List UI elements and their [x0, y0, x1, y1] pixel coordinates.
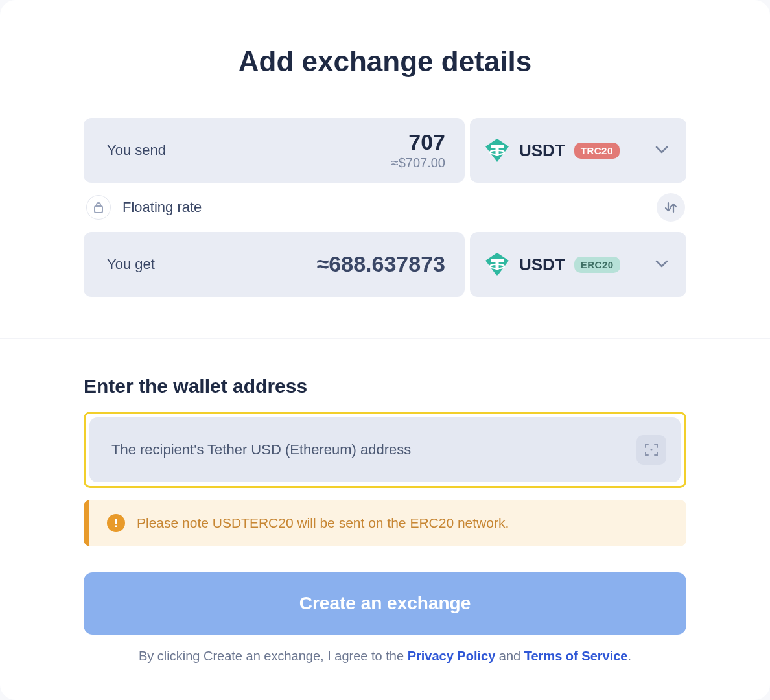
chevron-down-icon — [655, 145, 668, 156]
get-currency-code: USDT — [519, 255, 565, 275]
lock-icon[interactable] — [86, 195, 111, 220]
swap-button[interactable] — [657, 193, 685, 222]
page-title: Add exchange details — [0, 45, 770, 78]
exchange-card: Add exchange details You send 707 ≈$707.… — [0, 0, 770, 700]
agreement-text: By clicking Create an exchange, I agree … — [84, 649, 686, 664]
svg-point-9 — [650, 449, 652, 450]
create-exchange-button[interactable]: Create an exchange — [84, 572, 686, 635]
send-approx: ≈$707.00 — [391, 156, 445, 170]
rate-label: Floating rate — [122, 199, 202, 216]
send-label: You send — [107, 142, 166, 159]
send-amount-panel[interactable]: You send 707 ≈$707.00 — [84, 118, 465, 183]
send-amount: 707 — [391, 130, 445, 154]
wallet-section: Enter the wallet address The recipient's… — [84, 375, 686, 664]
privacy-policy-link[interactable]: Privacy Policy — [408, 649, 496, 663]
chevron-down-icon — [655, 259, 668, 270]
address-input-highlight: The recipient's Tether USD (Ethereum) ad… — [84, 412, 686, 488]
exchange-box: You send 707 ≈$707.00 USDT TRC20 — [84, 118, 686, 297]
get-amount-panel[interactable]: You get ≈688.637873 — [84, 232, 465, 297]
get-amount-block: ≈688.637873 — [317, 252, 445, 276]
tether-icon — [484, 137, 510, 163]
network-notice: ! Please note USDTERC20 will be sent on … — [84, 500, 686, 546]
agree-prefix: By clicking Create an exchange, I agree … — [139, 649, 408, 663]
tether-icon — [484, 251, 510, 277]
get-label: You get — [107, 256, 155, 273]
address-input[interactable]: The recipient's Tether USD (Ethereum) ad… — [89, 417, 681, 482]
svg-rect-4 — [95, 206, 102, 213]
divider — [0, 338, 770, 339]
send-currency-code: USDT — [519, 141, 565, 161]
agree-and: and — [495, 649, 524, 663]
get-currency-selector[interactable]: USDT ERC20 — [470, 232, 686, 297]
wallet-section-title: Enter the wallet address — [84, 375, 686, 397]
terms-of-service-link[interactable]: Terms of Service — [524, 649, 628, 663]
send-network-badge: TRC20 — [574, 143, 620, 159]
qr-scan-button[interactable] — [636, 435, 666, 465]
get-amount: ≈688.637873 — [317, 252, 445, 276]
get-network-badge: ERC20 — [574, 257, 620, 273]
get-row: You get ≈688.637873 USDT ERC20 — [84, 232, 686, 297]
address-placeholder: The recipient's Tether USD (Ethereum) ad… — [111, 441, 636, 458]
agree-suffix: . — [627, 649, 631, 663]
warning-icon: ! — [107, 514, 125, 532]
notice-text: Please note USDTERC20 will be sent on th… — [137, 515, 509, 531]
send-currency-selector[interactable]: USDT TRC20 — [470, 118, 686, 183]
send-amount-block: 707 ≈$707.00 — [391, 130, 445, 170]
send-row: You send 707 ≈$707.00 USDT TRC20 — [84, 118, 686, 183]
rate-row: Floating rate — [84, 183, 686, 232]
